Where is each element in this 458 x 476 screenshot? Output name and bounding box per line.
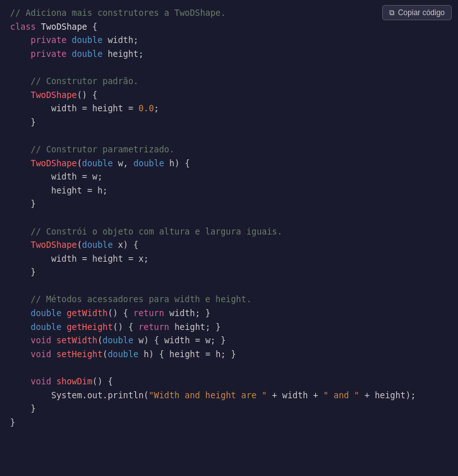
copy-code-button[interactable]: ⧉ Copiar código — [382, 5, 452, 20]
copy-button-label: Copiar código — [398, 8, 445, 17]
copy-icon: ⧉ — [389, 8, 395, 17]
code-block: // Adiciona mais construtores a TwoDShap… — [10, 6, 448, 429]
code-container: ⧉ Copiar código // Adiciona mais constru… — [0, 0, 458, 476]
